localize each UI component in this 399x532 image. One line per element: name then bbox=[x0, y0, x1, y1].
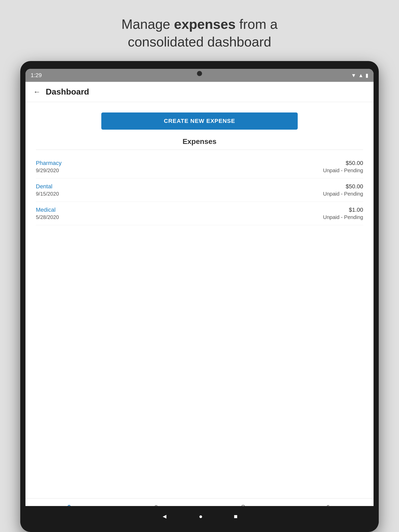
expense-date-pharmacy: 9/29/2020 bbox=[36, 168, 62, 174]
signal-icon: ▲ bbox=[358, 72, 363, 78]
title-text-bold: expenses bbox=[174, 17, 236, 32]
main-content: CREATE NEW EXPENSE Expenses Pharmacy 9/2… bbox=[25, 102, 374, 498]
status-time: 1:29 bbox=[31, 72, 42, 79]
page-title: Manage expenses from a consolidated dash… bbox=[121, 16, 277, 51]
expense-status-medical: Unpaid - Pending bbox=[323, 214, 363, 220]
status-icons: ▼ ▲ ▮ bbox=[351, 72, 368, 78]
app-content: ← Dashboard CREATE NEW EXPENSE Expenses … bbox=[25, 82, 374, 527]
android-recents-button[interactable]: ■ bbox=[234, 513, 238, 520]
expense-status-dental: Unpaid - Pending bbox=[323, 191, 363, 197]
expense-right-dental: $50.00 Unpaid - Pending bbox=[323, 183, 363, 197]
tablet-frame: 1:29 ▼ ▲ ▮ ← Dashboard CREATE NEW EXPENS… bbox=[20, 61, 379, 532]
expense-date-medical: 5/28/2020 bbox=[36, 214, 59, 220]
expense-left-dental: Dental 9/15/2020 bbox=[36, 183, 59, 197]
expense-right-pharmacy: $50.00 Unpaid - Pending bbox=[323, 160, 363, 174]
title-text-prefix: Manage bbox=[121, 17, 174, 32]
header-title: Dashboard bbox=[46, 87, 89, 97]
expense-list: Pharmacy 9/29/2020 $50.00 Unpaid - Pendi… bbox=[36, 155, 363, 225]
android-home-button[interactable]: ● bbox=[199, 513, 203, 520]
back-button[interactable]: ← bbox=[33, 88, 41, 96]
app-header: ← Dashboard bbox=[25, 82, 374, 102]
android-nav: ◄ ● ■ bbox=[20, 506, 379, 527]
expense-amount-dental: $50.00 bbox=[346, 183, 363, 190]
battery-icon: ▮ bbox=[365, 72, 368, 78]
expense-right-medical: $1.00 Unpaid - Pending bbox=[323, 207, 363, 220]
table-row[interactable]: Dental 9/15/2020 $50.00 Unpaid - Pending bbox=[36, 178, 363, 202]
expense-amount-medical: $1.00 bbox=[349, 207, 363, 213]
expense-name-dental[interactable]: Dental bbox=[36, 183, 59, 190]
tablet-camera bbox=[197, 71, 202, 76]
expense-name-pharmacy[interactable]: Pharmacy bbox=[36, 160, 62, 167]
expenses-section-title: Expenses bbox=[36, 137, 363, 150]
create-expense-button[interactable]: CREATE NEW EXPENSE bbox=[101, 112, 298, 130]
expense-amount-pharmacy: $50.00 bbox=[346, 160, 363, 167]
expense-left-pharmacy: Pharmacy 9/29/2020 bbox=[36, 160, 62, 174]
tablet-screen: 1:29 ▼ ▲ ▮ ← Dashboard CREATE NEW EXPENS… bbox=[25, 69, 374, 527]
table-row[interactable]: Medical 5/28/2020 $1.00 Unpaid - Pending bbox=[36, 202, 363, 225]
expense-status-pharmacy: Unpaid - Pending bbox=[323, 168, 363, 174]
wifi-icon: ▼ bbox=[351, 72, 356, 78]
expense-date-dental: 9/15/2020 bbox=[36, 191, 59, 197]
android-back-button[interactable]: ◄ bbox=[162, 513, 168, 520]
title-text-suffix: from a bbox=[236, 17, 278, 32]
table-row[interactable]: Pharmacy 9/29/2020 $50.00 Unpaid - Pendi… bbox=[36, 155, 363, 178]
expense-left-medical: Medical 5/28/2020 bbox=[36, 207, 59, 220]
title-line2: consolidated dashboard bbox=[128, 34, 271, 49]
expense-name-medical[interactable]: Medical bbox=[36, 207, 59, 213]
